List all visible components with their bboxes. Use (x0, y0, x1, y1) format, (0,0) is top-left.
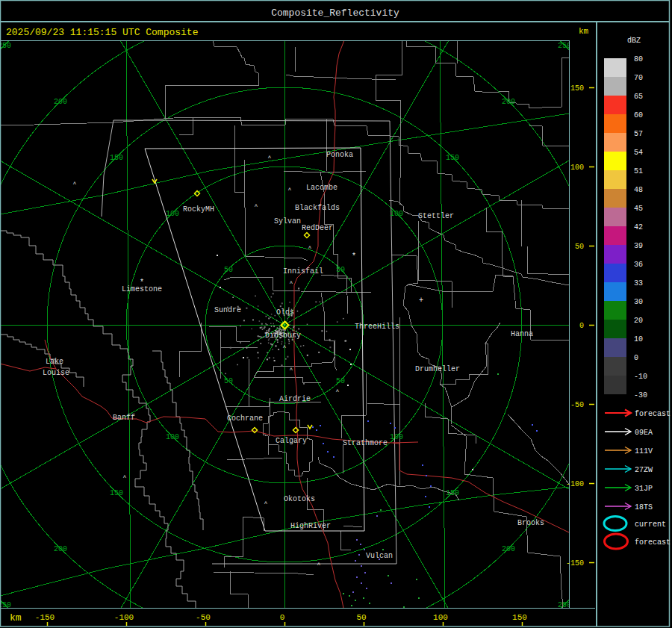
svg-text:150: 150 (110, 489, 123, 497)
svg-text:dBZ: dBZ (627, 37, 641, 45)
svg-text:Olds: Olds (276, 308, 294, 317)
svg-text:-10: -10 (634, 373, 647, 381)
svg-text:Louise: Louise (43, 369, 69, 377)
svg-text:^: ^ (264, 500, 268, 507)
svg-text:forecast: forecast (635, 538, 671, 547)
svg-text:Hanna: Hanna (511, 330, 533, 338)
svg-text:ThreeHills: ThreeHills (355, 323, 399, 331)
svg-text:Blackfalds: Blackfalds (295, 204, 340, 212)
svg-text:20: 20 (634, 317, 643, 325)
svg-text:Innisfail: Innisfail (283, 267, 323, 276)
svg-text:150: 150 (446, 489, 459, 497)
svg-text:km: km (579, 27, 589, 36)
svg-text:100: 100 (390, 210, 403, 218)
svg-text:33: 33 (634, 279, 643, 287)
svg-text:50: 50 (224, 377, 233, 385)
svg-text:Banff: Banff (113, 414, 135, 422)
svg-text:HighRiver: HighRiver (290, 522, 331, 530)
svg-text:45: 45 (634, 205, 643, 213)
svg-text:Calgary: Calgary (276, 437, 307, 445)
svg-text:50: 50 (336, 266, 345, 274)
svg-text:150: 150 (110, 154, 123, 162)
svg-text:^: ^ (268, 155, 272, 161)
svg-text:0: 0 (280, 613, 285, 622)
svg-text:*: * (140, 279, 144, 287)
svg-text:Lake: Lake (46, 358, 63, 366)
svg-text:^: ^ (317, 562, 321, 568)
svg-text:0: 0 (634, 354, 638, 362)
svg-text:50: 50 (336, 377, 345, 385)
svg-text:^: ^ (308, 245, 312, 252)
svg-text:Sylvan: Sylvan (274, 217, 301, 226)
svg-text:200: 200 (54, 98, 67, 106)
svg-text:^: ^ (288, 187, 292, 193)
svg-text:Brooks: Brooks (517, 519, 544, 527)
svg-text:100: 100 (570, 164, 584, 172)
svg-text:09EA: 09EA (635, 429, 653, 437)
svg-text:60: 60 (634, 111, 643, 119)
svg-text:Stettler: Stettler (418, 212, 454, 220)
svg-text:current: current (635, 520, 666, 529)
svg-text:-50: -50 (196, 613, 211, 622)
svg-text:65: 65 (634, 93, 643, 101)
svg-text:^: ^ (290, 367, 293, 373)
svg-text:Cochrane: Cochrane (227, 414, 263, 423)
svg-text:0: 0 (579, 322, 584, 330)
svg-text:27ZW: 27ZW (635, 466, 653, 474)
svg-text:100: 100 (166, 210, 179, 218)
svg-text:57: 57 (634, 130, 643, 138)
svg-text:200: 200 (54, 545, 67, 553)
svg-text:forecast: forecast (635, 410, 671, 418)
svg-text:150: 150 (446, 154, 459, 162)
svg-text:54: 54 (634, 149, 643, 157)
svg-text:-50: -50 (570, 401, 584, 409)
svg-text:30: 30 (634, 298, 643, 306)
svg-text:10: 10 (634, 335, 643, 343)
svg-text:36: 36 (634, 261, 643, 269)
svg-text:200: 200 (502, 98, 515, 106)
svg-text:Composite_Reflectivity: Composite_Reflectivity (271, 7, 399, 19)
svg-text:Strathmore: Strathmore (343, 439, 388, 447)
svg-text:RockyMH: RockyMH (183, 205, 214, 214)
svg-text:39: 39 (634, 242, 643, 250)
svg-text:150: 150 (570, 84, 584, 93)
svg-text:100: 100 (433, 613, 448, 622)
svg-text:-150: -150 (566, 559, 584, 568)
svg-text:100: 100 (166, 433, 179, 441)
svg-text:50: 50 (575, 243, 584, 251)
svg-text:km: km (10, 612, 22, 624)
svg-text:Sundre: Sundre (214, 306, 241, 314)
svg-text:-100: -100 (114, 613, 134, 622)
svg-text:Vulcan: Vulcan (366, 552, 393, 560)
svg-text:70: 70 (634, 74, 643, 82)
svg-text:31JP: 31JP (635, 485, 653, 493)
svg-text:200: 200 (502, 545, 515, 553)
svg-text:^: ^ (336, 388, 340, 395)
svg-text:50: 50 (224, 266, 233, 274)
svg-text:250: 250 (0, 42, 11, 50)
svg-text:^: ^ (283, 344, 287, 351)
svg-text:-150: -150 (35, 613, 55, 622)
svg-text:Airdrie: Airdrie (279, 395, 311, 403)
svg-text:*: * (352, 252, 356, 261)
svg-text:-100: -100 (566, 480, 584, 488)
svg-text:48: 48 (634, 186, 643, 194)
svg-text:^: ^ (123, 474, 127, 481)
svg-text:51: 51 (634, 167, 643, 175)
svg-text:+: + (419, 296, 423, 305)
svg-text:Ponoka: Ponoka (326, 151, 353, 159)
svg-text:Okotoks: Okotoks (284, 495, 315, 503)
svg-text:100: 100 (390, 433, 403, 441)
svg-text:42: 42 (634, 223, 643, 231)
svg-text:^: ^ (290, 280, 293, 287)
svg-text:150: 150 (512, 613, 527, 622)
svg-text:RedDeer: RedDeer (302, 224, 333, 232)
svg-text:^: ^ (73, 181, 77, 187)
svg-text:Didsbury: Didsbury (265, 332, 301, 340)
svg-text:80: 80 (634, 55, 643, 63)
svg-text:18TS: 18TS (635, 503, 653, 512)
svg-text:Drumheller: Drumheller (415, 365, 460, 373)
svg-text:Lacombe: Lacombe (306, 184, 337, 192)
svg-text:2025/09/23 11:15:15 UTC Compos: 2025/09/23 11:15:15 UTC Composite (6, 27, 198, 38)
svg-text:50: 50 (356, 613, 366, 622)
